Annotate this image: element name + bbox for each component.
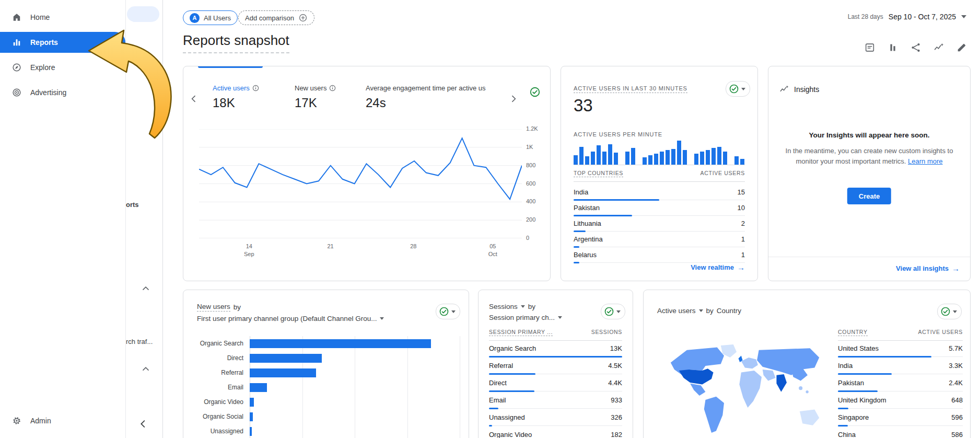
sidebar-item-admin[interactable]: Admin xyxy=(0,410,125,431)
sidebar-item-label: Reports xyxy=(30,38,58,47)
y-axis-tick: 0 xyxy=(526,235,529,241)
subnav-item-clipped[interactable]: rch traf... xyxy=(126,338,153,345)
sidebar-item-home[interactable]: Home xyxy=(0,7,125,28)
dimension-value: Pakistan xyxy=(574,204,600,212)
metric-value: 933 xyxy=(611,396,622,404)
dimension-value: United States xyxy=(838,344,879,352)
minute-bar xyxy=(717,147,721,165)
chevron-down-icon xyxy=(451,310,456,313)
create-insight-button[interactable]: Create xyxy=(847,188,891,204)
selected-tab-indicator xyxy=(198,66,263,68)
table-row: Email933 xyxy=(489,391,622,409)
arrow-right-icon: → xyxy=(952,264,960,273)
date-range-picker[interactable]: Last 28 days Sep 10 - Oct 7, 2025 xyxy=(848,13,966,21)
info-icon xyxy=(329,85,336,91)
page-title[interactable]: Reports snapshot xyxy=(183,32,289,53)
chevron-up-icon[interactable] xyxy=(141,283,151,294)
dimension-selector[interactable]: Session primary ch... xyxy=(489,314,562,321)
data-quality-dropdown[interactable] xyxy=(937,304,962,319)
metric-value: 4.4K xyxy=(608,379,622,387)
dimension-value: Organic Search xyxy=(489,344,536,352)
data-quality-dropdown[interactable] xyxy=(601,304,625,319)
bar-row: Referral xyxy=(197,365,459,380)
edit-pencil-icon[interactable] xyxy=(956,42,967,53)
table-row: Direct4.4K xyxy=(489,374,622,391)
realtime-table-header: TOP COUNTRIES ACTIVE USERS xyxy=(574,170,745,182)
sidebar-item-advertising[interactable]: Advertising xyxy=(0,82,125,103)
x-axis-tick: 28 xyxy=(410,243,416,250)
minute-bar xyxy=(740,159,744,165)
countries-table: United States5.7KIndia3.3KPakistan2.4KUn… xyxy=(838,340,963,438)
metric-value: 1 xyxy=(741,235,745,243)
chevron-down-icon xyxy=(741,88,745,90)
category-label: Referral xyxy=(197,369,250,376)
metric-tab-new-users[interactable]: New users 17K xyxy=(295,84,336,110)
metric-tab-active-users[interactable]: Active users 18K xyxy=(213,84,259,110)
data-quality-dropdown[interactable] xyxy=(436,304,460,319)
dimension-label: First user primary channel group (Defaul… xyxy=(197,315,377,322)
share-icon[interactable] xyxy=(910,42,921,53)
notes-icon[interactable] xyxy=(864,42,876,53)
dimension-selector[interactable]: First user primary channel group (Defaul… xyxy=(197,315,384,322)
chevron-down-icon xyxy=(961,15,966,18)
primary-sidebar: Home Reports Explore Advertising Admin xyxy=(0,0,126,438)
active-users-trend-chart xyxy=(199,129,522,238)
by-label: by xyxy=(528,303,535,310)
metrics-scroll-right-icon[interactable] xyxy=(508,94,519,104)
metric-value: 596 xyxy=(951,413,963,421)
minute-bar xyxy=(631,148,635,165)
sidebar-item-reports[interactable]: Reports xyxy=(0,32,125,53)
bar xyxy=(250,412,253,421)
collapse-nav-icon[interactable] xyxy=(137,418,148,429)
minute-bar xyxy=(585,156,589,165)
minute-bar xyxy=(706,150,710,165)
insights-headline: Your Insights will appear here soon. xyxy=(781,131,958,139)
table-row: Singapore596 xyxy=(838,409,963,426)
all-users-segment-chip[interactable]: A All Users xyxy=(183,10,238,25)
insights-sparkline-icon[interactable] xyxy=(933,42,944,53)
minute-bar xyxy=(711,148,716,165)
subnav-selected-pill[interactable] xyxy=(127,6,159,22)
card-title: Active users by Country xyxy=(657,307,741,315)
realtime-active-users-count: 33 xyxy=(574,96,593,116)
segment-avatar: A xyxy=(190,13,200,23)
sessions-table-header: SESSION PRIMARY ... SESSIONS xyxy=(489,329,622,341)
metric-value: 2.4K xyxy=(949,379,963,387)
metric-tab-avg-engagement[interactable]: Average engagement time per active us 24… xyxy=(366,84,503,110)
link-label: View realtime xyxy=(691,263,734,271)
data-quality-check-icon[interactable] xyxy=(529,86,541,98)
insights-card: Insights Your Insights will appear here … xyxy=(768,66,971,281)
column-header-country: COUNTRY xyxy=(838,329,868,336)
chevron-down-icon xyxy=(380,317,384,320)
chevron-down-icon xyxy=(699,309,703,312)
minute-bar xyxy=(734,156,739,165)
y-axis-labels: 1.2K1K8006004002000 xyxy=(526,129,547,238)
comparison-bars-icon[interactable] xyxy=(887,42,899,53)
category-label: Organic Video xyxy=(197,398,250,406)
dimension-value: Argentina xyxy=(574,235,603,243)
metric-value: 3.3K xyxy=(949,362,963,370)
metrics-scroll-left-icon[interactable] xyxy=(189,94,199,104)
view-all-insights-link[interactable]: View all insights → xyxy=(896,264,960,273)
view-realtime-link[interactable]: View realtime → xyxy=(691,263,745,272)
data-quality-dropdown[interactable] xyxy=(726,81,750,97)
table-row: Belarus1 xyxy=(574,247,745,263)
metric-selector[interactable]: Active users xyxy=(657,307,696,315)
metric-selector[interactable]: New users xyxy=(197,303,230,312)
sidebar-item-explore[interactable]: Explore xyxy=(0,57,125,78)
card-title: New users by First user primary channel … xyxy=(197,303,384,322)
chevron-down-icon xyxy=(616,310,621,313)
home-icon xyxy=(11,12,22,22)
add-comparison-button[interactable]: Add comparison xyxy=(238,10,314,25)
reports-icon xyxy=(11,37,22,48)
realtime-country-table: India15Pakistan10Lithuania2Argentina1Bel… xyxy=(574,185,745,263)
chevron-up-icon[interactable] xyxy=(141,364,151,374)
metric-selector[interactable]: Sessions by xyxy=(489,303,562,310)
progress-bar xyxy=(574,262,579,263)
subnav-item-clipped[interactable]: orts xyxy=(126,201,139,209)
new-users-by-channel-card: New users by First user primary channel … xyxy=(183,290,469,438)
table-row: Organic Search13K xyxy=(489,340,622,357)
learn-more-link[interactable]: Learn more xyxy=(908,157,942,165)
y-axis-tick: 400 xyxy=(526,198,535,204)
metric-value: 2 xyxy=(741,220,745,227)
